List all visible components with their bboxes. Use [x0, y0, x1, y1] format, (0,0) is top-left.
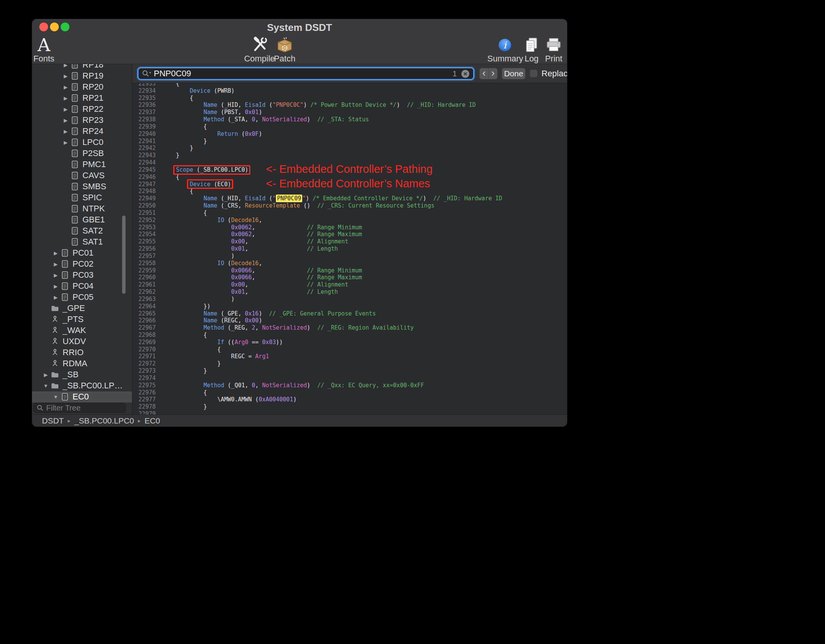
sidebar-item-label: NTPK: [82, 204, 105, 214]
clear-search-button[interactable]: [461, 70, 469, 78]
code-text: }: [159, 138, 207, 145]
sidebar-item-_WAK[interactable]: _WAK: [32, 325, 132, 336]
sidebar-item-UXDV[interactable]: UXDV: [32, 336, 132, 347]
sidebar-item-P2SB[interactable]: P2SB: [32, 148, 132, 159]
disclosure-right-icon[interactable]: ▶: [61, 95, 70, 101]
search-match-highlight: PNP0C09: [276, 195, 302, 202]
code-text: }: [159, 145, 193, 152]
breadcrumb-item[interactable]: _SB.PC00.LPC0: [74, 416, 134, 425]
sidebar-scrollbar[interactable]: [122, 216, 126, 294]
sidebar-item-label: PC02: [73, 259, 93, 269]
doc-icon: [70, 138, 79, 147]
sidebar-item-SAT1[interactable]: SAT1: [32, 237, 132, 248]
sidebar-item-RP22[interactable]: ▶RP22: [32, 104, 132, 115]
line-number: 22955: [132, 238, 159, 245]
disclosure-right-icon[interactable]: ▶: [61, 106, 70, 112]
sidebar-item-LPC0[interactable]: ▶LPC0: [32, 137, 132, 148]
code-line: 22967 Method (_REG, 2, NotSerialized) //…: [132, 324, 567, 332]
sidebar-item-RP21[interactable]: ▶RP21: [32, 93, 132, 104]
doc-icon: [70, 71, 79, 80]
line-number: 22970: [132, 346, 159, 353]
breadcrumb-item[interactable]: EC0: [145, 416, 160, 425]
disclosure-right-icon[interactable]: ▶: [61, 84, 70, 90]
sidebar-item-SAT2[interactable]: SAT2: [32, 225, 132, 237]
toolbar: A Fonts Compile: [32, 34, 567, 64]
line-number: 22937: [132, 109, 159, 116]
doc-icon: [70, 82, 79, 92]
print-button[interactable]: Print: [536, 35, 567, 63]
fonts-icon: A: [32, 35, 61, 55]
filter-tree-input[interactable]: [34, 403, 126, 413]
find-previous-button[interactable]: ‹: [479, 68, 488, 79]
disclosure-right-icon[interactable]: ▶: [61, 129, 70, 134]
code-line: 22959 0x0066, // Range Minimum: [132, 267, 567, 274]
breadcrumb-item[interactable]: DSDT: [42, 416, 64, 425]
sidebar-item-RP18[interactable]: ▶RP18: [32, 64, 132, 71]
sidebar-item-RP23[interactable]: ▶RP23: [32, 115, 132, 126]
doc-icon: [70, 127, 79, 136]
code-text: }: [159, 152, 179, 159]
sidebar-item-PMC1[interactable]: PMC1: [32, 159, 132, 170]
code-line: 22953 0x0062, // Range Minimum: [132, 224, 567, 231]
sidebar-item-RDMA[interactable]: RDMA: [32, 358, 132, 369]
disclosure-right-icon[interactable]: ▶: [61, 64, 70, 68]
sidebar-item-_SB-PC00-LP-[interactable]: ▼_SB.PC00.LP…: [32, 380, 132, 391]
disclosure-right-icon[interactable]: ▶: [41, 372, 50, 378]
titlebar[interactable]: System DSDT: [32, 19, 567, 34]
search-field[interactable]: 1: [137, 67, 474, 80]
disclosure-right-icon[interactable]: ▶: [51, 283, 60, 289]
code-line: 22976 {: [132, 389, 567, 396]
search-menu-icon[interactable]: [142, 69, 151, 78]
disclosure-right-icon[interactable]: ▶: [51, 272, 60, 278]
code-line: 22939 {: [132, 123, 567, 130]
code-text: {: [159, 123, 207, 130]
sidebar-item-label: PMC1: [82, 159, 106, 169]
replace-checkbox[interactable]: [530, 69, 538, 77]
sidebar-item-PC02[interactable]: ▶PC02: [32, 259, 132, 270]
sidebar-item-_SB[interactable]: ▶_SB: [32, 369, 132, 380]
doc-icon: [70, 237, 79, 246]
sidebar-item-PC04[interactable]: ▶PC04: [32, 281, 132, 292]
sidebar-item-RP20[interactable]: ▶RP20: [32, 82, 132, 93]
patch-button[interactable]: Patch: [267, 35, 302, 63]
code-line: 22960 0x0066, // Range Maximum: [132, 274, 567, 281]
sidebar-item-NTPK[interactable]: NTPK: [32, 203, 132, 214]
fonts-button[interactable]: A Fonts: [32, 35, 61, 63]
done-button[interactable]: Done: [502, 68, 525, 79]
line-number: 22979: [132, 411, 159, 414]
sidebar-item-_PTS[interactable]: _PTS: [32, 314, 132, 325]
find-next-button[interactable]: ›: [488, 68, 498, 79]
code-text: ): [159, 296, 235, 303]
sidebar-item-PC05[interactable]: ▶PC05: [32, 292, 132, 303]
print-label: Print: [536, 54, 567, 64]
disclosure-right-icon[interactable]: ▶: [61, 73, 70, 79]
chevron-left-icon: ‹: [482, 68, 486, 77]
sidebar-item-SMBS[interactable]: SMBS: [32, 181, 132, 192]
sidebar-item-PC03[interactable]: ▶PC03: [32, 270, 132, 281]
disclosure-right-icon[interactable]: ▶: [51, 295, 60, 300]
filter-field: [34, 403, 126, 413]
sidebar-item-RRIO[interactable]: RRIO: [32, 347, 132, 358]
code-line: 22949 Name (_HID, EisaId ("PNP0C09") /* …: [132, 195, 567, 202]
sidebar-item-PC01[interactable]: ▶PC01: [32, 248, 132, 259]
disclosure-down-icon[interactable]: ▼: [51, 394, 60, 400]
disclosure-down-icon[interactable]: ▼: [41, 383, 50, 389]
sidebar-item-CAVS[interactable]: CAVS: [32, 170, 132, 181]
app-window: System DSDT A Fonts: [32, 19, 567, 427]
disclosure-right-icon[interactable]: ▶: [51, 250, 60, 256]
sidebar-item-EC0[interactable]: ▼EC0: [32, 391, 132, 402]
sidebar-item-_GPE[interactable]: _GPE: [32, 303, 132, 314]
sidebar-item-GBE1[interactable]: GBE1: [32, 214, 132, 225]
sidebar-item-RP24[interactable]: ▶RP24: [32, 126, 132, 137]
code-line: 22972 }: [132, 360, 567, 367]
disclosure-right-icon[interactable]: ▶: [61, 118, 70, 123]
code-text: {: [159, 83, 179, 87]
doc-icon: [70, 204, 79, 213]
sidebar-item-SPIC[interactable]: SPIC: [32, 192, 132, 203]
code-text: Return (0x0F): [159, 130, 262, 138]
sidebar-item-RP19[interactable]: ▶RP19: [32, 71, 132, 82]
search-input[interactable]: [154, 69, 453, 79]
disclosure-right-icon[interactable]: ▶: [51, 261, 60, 267]
code-viewport[interactable]: 22933 {22934 Device (PWRB)22935 {22936 N…: [132, 83, 567, 414]
disclosure-right-icon[interactable]: ▶: [61, 140, 70, 145]
